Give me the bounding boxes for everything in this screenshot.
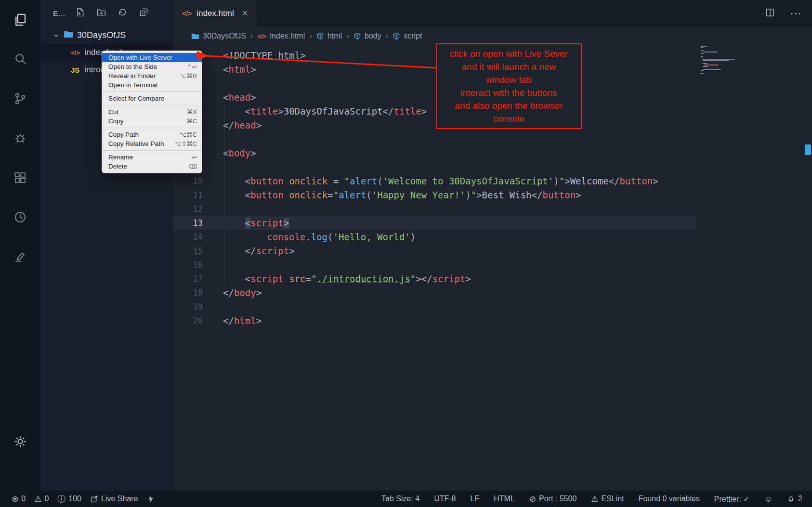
- menu-item-open-to-the-side[interactable]: Open to the Side⌃↩: [102, 62, 202, 71]
- run-debug-icon[interactable]: [9, 127, 31, 149]
- menu-item-select-for-compare[interactable]: Select for Compare: [102, 94, 202, 103]
- feedback-pen-icon[interactable]: [9, 246, 31, 268]
- status-item-live-share[interactable]: Live Share: [90, 494, 138, 503]
- menu-item-open-with-live-server[interactable]: Open with Live Server: [102, 53, 202, 62]
- settings-gear-icon[interactable]: [0, 434, 40, 449]
- minimap-line: [701, 70, 704, 71]
- minimap[interactable]: [701, 46, 744, 75]
- code-token: (: [377, 176, 382, 186]
- line-text: <head>: [223, 91, 256, 104]
- code-token: head: [234, 120, 256, 130]
- breadcrumb-label: index.html: [270, 32, 305, 40]
- folder-icon: [64, 30, 73, 40]
- status-item-0[interactable]: ⚠0: [34, 494, 49, 503]
- breadcrumb-item-index-html[interactable]: </>index.html: [257, 32, 305, 40]
- error-icon: ⊗: [12, 495, 18, 503]
- code-token: ): [465, 190, 471, 200]
- breadcrumb-separator: ›: [346, 31, 349, 41]
- code-token: =: [305, 273, 311, 284]
- breadcrumb-item-30daysofjs[interactable]: 30DaysOfJS: [191, 32, 246, 40]
- status-item-label: 2: [798, 494, 802, 503]
- code-token: ": [344, 176, 350, 186]
- annotation-line: and it will launch a new: [439, 60, 579, 73]
- status-item-port-5500[interactable]: ⊘Port : 5500: [529, 494, 577, 503]
- line-number: 14: [173, 230, 203, 244]
- explorer-header: E…: [40, 0, 173, 26]
- line-number: 19: [173, 300, 203, 314]
- code-token: [284, 190, 289, 200]
- code-token: =: [327, 176, 344, 186]
- minimap-line: [703, 66, 708, 67]
- status-item-eslint[interactable]: ⚠ESLint: [591, 494, 624, 503]
- status-item-label: Live Share: [101, 494, 138, 503]
- status-item-lf[interactable]: LF: [471, 494, 480, 503]
- menu-item-reveal-in-finder[interactable]: Reveal in Finder⌥⌘R: [102, 71, 202, 80]
- collapse-all-icon[interactable]: [139, 7, 149, 19]
- overview-ruler-marker[interactable]: [805, 144, 811, 155]
- breadcrumb-item-body[interactable]: body: [354, 32, 381, 40]
- menu-item-label: Cut: [108, 108, 181, 116]
- status-item-utf-8[interactable]: UTF-8: [434, 494, 456, 503]
- live-share-icon: [90, 495, 98, 503]
- menu-item-delete[interactable]: Delete⌫: [102, 162, 202, 171]
- status-item-tab-size-4[interactable]: Tab Size: 4: [381, 494, 419, 503]
- breadcrumb-label: 30DaysOfJS: [203, 32, 246, 40]
- new-folder-icon[interactable]: [96, 7, 106, 19]
- status-item-0[interactable]: ⊗0: [12, 494, 26, 503]
- code-token: <: [245, 106, 250, 117]
- folder-row-30daysofjs[interactable]: ⌄ 30DaysOfJS: [40, 26, 173, 44]
- code-token: ): [410, 232, 416, 242]
- tab-index-html[interactable]: </> index.html ✕: [173, 0, 257, 26]
- eslint-warning-icon: ⚠: [591, 495, 598, 503]
- search-icon[interactable]: [9, 48, 31, 70]
- cube-icon: [316, 32, 324, 40]
- menu-item-open-in-terminal[interactable]: Open in Terminal: [102, 80, 202, 90]
- menu-item-shortcut: ⌫: [188, 163, 197, 170]
- code-token: (: [327, 232, 333, 242]
- status-item-2[interactable]: 2: [787, 494, 802, 503]
- status-item-label: HTML: [494, 494, 515, 503]
- status-item-lightning[interactable]: [147, 495, 155, 503]
- status-item-label: 0: [21, 494, 26, 503]
- code-token: <!DOCTYPE html>: [223, 50, 306, 61]
- code-token: onclick: [289, 190, 327, 200]
- status-item-found-0-variables[interactable]: Found 0 variables: [639, 494, 700, 503]
- breadcrumb-item-script[interactable]: script: [393, 32, 422, 40]
- breadcrumb-item-html[interactable]: html: [316, 32, 342, 40]
- folder-label: 30DaysOfJS: [77, 30, 126, 40]
- menu-item-copy-relative-path[interactable]: Copy Relative Path⌥⇧⌘C: [102, 139, 202, 148]
- status-item-html[interactable]: HTML: [494, 494, 515, 503]
- history-clock-icon[interactable]: [9, 206, 31, 228]
- menu-item-label: Select for Compare: [108, 95, 191, 102]
- code-token: </: [383, 106, 394, 117]
- close-icon[interactable]: ✕: [242, 9, 248, 18]
- explorer-icon[interactable]: [9, 9, 31, 31]
- more-actions-icon[interactable]: ⋯: [790, 8, 801, 19]
- menu-item-label: Copy Relative Path: [108, 140, 169, 147]
- code-token: script: [250, 218, 284, 228]
- status-item-100[interactable]: ⓘ100: [57, 494, 81, 503]
- code-token: </: [421, 273, 432, 284]
- split-editor-icon[interactable]: [765, 7, 775, 20]
- menu-item-copy[interactable]: Copy⌘C: [102, 117, 202, 126]
- menu-item-shortcut: ⌘X: [187, 108, 197, 116]
- menu-item-copy-path[interactable]: Copy Path⌥⌘C: [102, 130, 202, 139]
- new-file-icon[interactable]: [75, 7, 85, 19]
- menu-item-label: Rename: [108, 154, 186, 161]
- source-control-icon[interactable]: [9, 88, 31, 110]
- menu-item-shortcut: ⌥⌘C: [180, 131, 197, 138]
- code-token: >: [250, 148, 256, 158]
- status-item-smiley[interactable]: ☺: [764, 495, 773, 503]
- menu-item-cut[interactable]: Cut⌘X: [102, 107, 202, 117]
- line-text: <html>: [223, 63, 256, 77]
- refresh-icon[interactable]: [118, 7, 128, 19]
- explorer-title: E…: [53, 9, 65, 17]
- code-token: >: [476, 190, 482, 200]
- code-token: ": [333, 190, 339, 200]
- line-number: 16: [173, 258, 203, 272]
- code-token: 30DaysOfJavaScript: [284, 106, 383, 117]
- menu-item-rename[interactable]: Rename↩: [102, 153, 202, 162]
- annotation-line: console: [439, 112, 579, 125]
- status-item-prettier[interactable]: Prettier: ✓: [714, 494, 750, 504]
- extensions-icon[interactable]: [9, 167, 31, 189]
